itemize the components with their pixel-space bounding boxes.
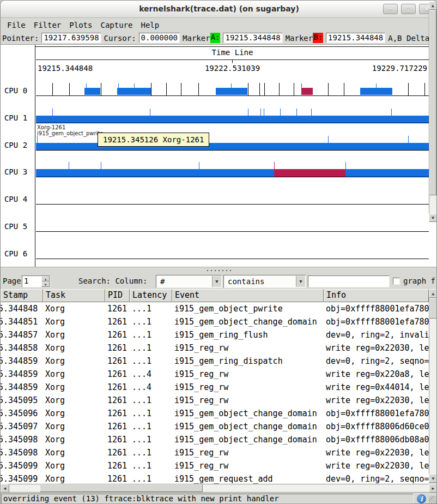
event-tick[interactable] (52, 83, 53, 95)
event-tick[interactable] (259, 83, 260, 95)
event-bar-red[interactable] (301, 88, 313, 95)
event-tick[interactable] (296, 109, 297, 116)
event-bar[interactable] (360, 88, 392, 95)
table-row[interactable]: 5.344859Xorg1261...1i915_gem_ring_dispat… (1, 355, 429, 368)
event-tick[interactable] (248, 83, 248, 95)
table-row[interactable]: 5.344851Xorg1261...1i915_gem_object_chan… (1, 315, 429, 328)
event-tick[interactable] (166, 83, 167, 95)
event-tick[interactable] (328, 83, 329, 95)
graph-scrollbar-thumb[interactable] (429, 10, 436, 195)
title-bar[interactable]: kernelshark(trace.dat) (on sugarbay) – □… (1, 1, 437, 18)
event-tick[interactable] (376, 83, 377, 88)
event-tick[interactable] (264, 109, 264, 116)
event-tick[interactable] (37, 136, 38, 143)
menu-item-file[interactable]: File (7, 21, 26, 29)
menu-item-filter[interactable]: Filter (34, 21, 62, 29)
table-scrollbar-thumb[interactable] (429, 298, 437, 319)
graph-follows-checkbox[interactable] (393, 278, 400, 285)
event-tick[interactable] (199, 162, 199, 169)
cpu-task-bar[interactable] (36, 116, 429, 123)
table-row[interactable]: 5.344859Xorg1261...4i915_reg_rwwrite reg… (1, 381, 429, 394)
menu-item-plots[interactable]: Plots (69, 21, 92, 29)
table-row[interactable]: 5.344848Xorg1261...1i915_gem_object_pwri… (1, 302, 429, 315)
search-input[interactable] (308, 275, 390, 287)
scroll-up-icon[interactable]: ▲ (429, 289, 437, 298)
cpu-task-bar[interactable] (36, 143, 429, 150)
column-header-stamp[interactable]: Stamp (1, 289, 43, 302)
column-header-info[interactable]: Info (324, 289, 429, 302)
event-tick[interactable] (279, 83, 280, 95)
spin-up-icon[interactable]: ▲ (41, 276, 50, 281)
pane-splitter[interactable] (1, 267, 437, 273)
event-tick[interactable] (264, 83, 265, 95)
column-header-event[interactable]: Event (172, 289, 324, 302)
column-header-latency[interactable]: Latency (130, 289, 172, 302)
event-tick[interactable] (294, 83, 294, 95)
table-row[interactable]: 5.345096Xorg1261...1i915_gem_object_chan… (1, 407, 429, 420)
event-bar[interactable] (117, 88, 151, 95)
scroll-left-icon[interactable]: ◀ (1, 484, 9, 493)
event-tick[interactable] (408, 83, 409, 95)
event-tick[interactable] (328, 136, 329, 143)
cpu-task-bar[interactable] (36, 169, 429, 177)
table-row[interactable]: 5.344857Xorg1261...1i915_gem_ring_flushd… (1, 328, 429, 341)
table-row[interactable]: 5.344859Xorg1261...4i915_reg_rwwrite reg… (1, 368, 429, 381)
event-tick[interactable] (151, 83, 151, 95)
event-table[interactable]: 5.344848Xorg1261...1i915_gem_object_pwri… (1, 302, 429, 484)
event-bar[interactable] (84, 88, 100, 95)
event-tick[interactable] (424, 83, 425, 95)
cpu-task-bar-red[interactable] (274, 169, 345, 177)
event-tick[interactable] (344, 83, 344, 95)
column-select[interactable]: # ▼ (156, 275, 222, 288)
spin-down-icon[interactable]: ▼ (41, 281, 50, 287)
table-row[interactable]: 5.345098Xorg1261...1i915_gem_object_chan… (1, 433, 429, 446)
resize-grip-icon[interactable] (429, 496, 437, 504)
event-tick[interactable] (280, 109, 281, 116)
table-row[interactable]: 5.345098Xorg1261...1i915_reg_rwwrite reg… (1, 446, 429, 459)
chevron-down-icon[interactable]: ▼ (212, 276, 221, 287)
event-bar[interactable] (216, 88, 247, 95)
cell-stamp: 5.345096 (1, 407, 43, 420)
event-tick[interactable] (118, 83, 119, 88)
scroll-right-icon[interactable]: ▶ (429, 484, 437, 493)
column-header-pid[interactable]: PID (105, 289, 130, 302)
event-tick[interactable] (134, 83, 135, 88)
maximize-button[interactable]: □ (401, 4, 416, 14)
event-tick[interactable] (248, 109, 248, 116)
page-spinner[interactable]: 1 ▲ ▼ (22, 275, 50, 287)
event-tick[interactable] (86, 83, 87, 88)
event-tick[interactable] (52, 109, 53, 116)
event-tick[interactable] (345, 162, 346, 169)
event-tick[interactable] (391, 109, 392, 116)
menu-item-help[interactable]: Help (141, 21, 159, 29)
scroll-up-icon[interactable]: ▲ (429, 2, 437, 10)
chevron-down-icon[interactable]: ▼ (296, 276, 305, 287)
event-tick[interactable] (198, 83, 199, 95)
info-icon[interactable]: i (417, 494, 426, 503)
minimize-button[interactable]: – (383, 4, 398, 14)
table-row[interactable]: 5.344858Xorg1261...1i915_reg_rwwrite reg… (1, 341, 429, 355)
event-tick[interactable] (69, 162, 69, 169)
scroll-down-icon[interactable]: ▼ (429, 474, 437, 483)
table-row[interactable]: 5.345097Xorg1261...1i915_gem_object_chan… (1, 420, 429, 433)
timeline-graph[interactable]: Time Line 19215.344848 19222.531039 1922… (1, 44, 437, 267)
table-row[interactable]: 5.345099Xorg1261...1i915_reg_rwwrite reg… (1, 459, 429, 472)
event-tick[interactable] (181, 83, 181, 95)
event-tick[interactable] (311, 109, 312, 116)
event-tick[interactable] (101, 83, 101, 95)
event-tick[interactable] (231, 83, 232, 88)
event-tick[interactable] (69, 83, 70, 95)
scroll-down-icon[interactable]: ▼ (429, 214, 437, 222)
event-tick[interactable] (274, 162, 275, 169)
match-select[interactable]: contains ▼ (223, 275, 306, 288)
column-header-task[interactable]: Task (43, 289, 105, 302)
menu-item-capture[interactable]: Capture (100, 21, 132, 29)
event-tick[interactable] (101, 162, 101, 169)
event-tick[interactable] (408, 136, 409, 143)
event-tick[interactable] (260, 109, 261, 116)
event-tick[interactable] (301, 83, 302, 88)
event-tick[interactable] (150, 109, 150, 116)
table-row[interactable]: 5.345099Xorg1261...1i915_gem_request_add… (1, 472, 429, 484)
horizontal-scrollbar-thumb[interactable] (40, 484, 203, 492)
table-row[interactable]: 5.345095Xorg1261...1i915_reg_rwwrite reg… (1, 394, 429, 407)
